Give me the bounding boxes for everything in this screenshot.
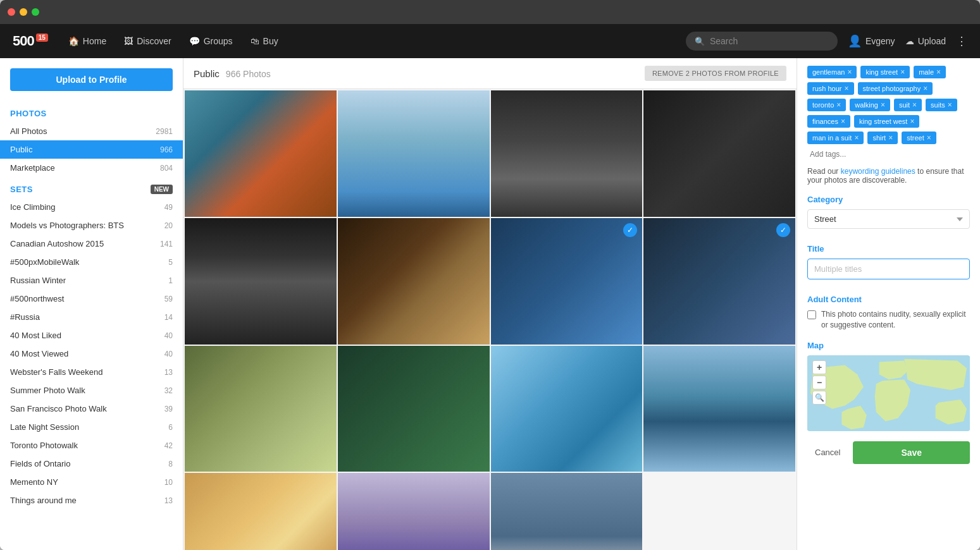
tag[interactable]: rush hour× [807,82,854,95]
sidebar-item-set[interactable]: Summer Photo Walk32 [0,381,183,400]
search-bar[interactable]: 🔍 [686,32,838,51]
sidebar-item-set[interactable]: Memento NY10 [0,473,183,491]
map-zoom-out-button[interactable]: − [812,376,826,389]
photo-cell[interactable] [185,218,337,345]
sidebar-item-set[interactable]: Ice Climbing49 [0,198,183,216]
tag-label: toronto [812,101,834,109]
add-tags-input[interactable] [807,148,907,161]
sidebar-item-set[interactable]: San Francisco Photo Walk39 [0,400,183,418]
new-badge: NEW [151,185,173,194]
adult-content-section-title: Adult Content [807,295,970,304]
user-menu[interactable]: 👤 Evgeny [848,34,895,48]
tag[interactable]: suits× [926,99,957,111]
photo-cell[interactable] [185,473,337,550]
sidebar-item-set[interactable]: #500northwest59 [0,290,183,308]
sidebar-item-all-photos[interactable]: All Photos 2981 [0,122,183,140]
keywording-guidelines-link[interactable]: keywording guidelines [841,167,915,176]
sidebar-item-set[interactable]: 40 Most Liked40 [0,326,183,345]
nav-buy[interactable]: 🛍 Buy [243,31,286,51]
tag[interactable]: walking× [850,99,890,111]
photo-cell[interactable]: ✓ [643,218,795,345]
more-menu-button[interactable]: ⋮ [956,34,967,48]
sidebar-item-set[interactable]: Late Night Session6 [0,418,183,436]
upload-button[interactable]: ☁ Upload [905,36,946,46]
sidebar-item-set[interactable]: Canadian Autoshow 2015141 [0,235,183,253]
tag[interactable]: gentleman× [807,66,857,78]
maximize-button[interactable] [32,8,39,16]
close-button[interactable] [8,8,15,16]
photo-cell[interactable] [643,346,795,472]
photo-cell[interactable] [185,346,337,472]
set-count: 13 [164,368,173,377]
sidebar-item-set[interactable]: Russian Winter1 [0,271,183,290]
logo[interactable]: 500 15 [13,33,48,49]
photo-cell[interactable]: ✓ [491,218,643,345]
photo-cell[interactable] [491,346,643,472]
search-input[interactable] [710,36,824,46]
remove-photos-button[interactable]: REMOVE 2 PHOTOS FROM PROFILE [645,66,786,81]
tag-remove-button[interactable]: × [936,68,941,76]
category-select[interactable]: StreetAbstractAnimalsArchitectureCity & … [807,209,970,229]
tag-remove-button[interactable]: × [900,68,905,76]
nav-home[interactable]: 🏠 Home [61,31,114,51]
tag-remove-button[interactable]: × [881,101,885,109]
tag[interactable]: toronto× [807,99,846,111]
tag-label: gentleman [812,68,845,76]
tag-remove-button[interactable]: × [888,133,893,142]
photo-cell[interactable] [338,473,490,550]
sidebar-item-set[interactable]: Models vs Photographers: BTS20 [0,216,183,235]
map-search-button[interactable]: 🔍 [812,391,826,405]
tag[interactable]: finances× [807,115,850,128]
set-label: #Russia [10,312,40,322]
tag-remove-button[interactable]: × [847,68,852,76]
set-count: 39 [164,405,173,413]
tag-label: street [907,134,924,142]
save-button[interactable]: Save [853,441,970,464]
adult-content-checkbox[interactable] [807,310,816,319]
sidebar-item-marketplace[interactable]: Marketplace 804 [0,159,183,177]
tag-remove-button[interactable]: × [948,101,952,109]
nav-discover[interactable]: 🖼 Discover [116,31,178,51]
adult-content-description: This photo contains nudity, sexually exp… [821,309,970,331]
sidebar-item-set[interactable]: Things around me13 [0,491,183,510]
tag-remove-button[interactable]: × [841,117,845,126]
tag[interactable]: male× [914,66,946,78]
map-zoom-in-button[interactable]: + [812,360,826,374]
photo-cell[interactable] [338,90,490,217]
tag-remove-button[interactable]: × [836,101,841,109]
title-input[interactable] [807,259,970,279]
photo-cell[interactable] [338,346,490,472]
sidebar-item-set[interactable]: Toronto Photowalk42 [0,436,183,455]
nav-groups[interactable]: 💬 Groups [182,31,240,51]
tag[interactable]: suit× [894,99,922,111]
sidebar-item-set[interactable]: #500pxMobileWalk5 [0,253,183,271]
tag-remove-button[interactable]: × [923,84,927,93]
sidebar-item-set[interactable]: 40 Most Viewed40 [0,345,183,363]
sidebar-item-set[interactable]: Webster's Falls Weekend13 [0,363,183,381]
map-container[interactable]: + − 🔍 [807,355,970,431]
tag[interactable]: street× [902,131,936,144]
set-count: 10 [164,478,173,487]
tag[interactable]: king street× [860,66,910,78]
sidebar-item-set[interactable]: Fields of Ontario8 [0,455,183,473]
photo-cell[interactable] [643,90,795,217]
minimize-button[interactable] [20,8,27,16]
tag-remove-button[interactable]: × [927,133,931,142]
tag-remove-button[interactable]: × [912,101,917,109]
tag[interactable]: man in a suit× [807,131,864,144]
tag-remove-button[interactable]: × [854,133,859,142]
tag[interactable]: shirt× [867,131,898,144]
tag-remove-button[interactable]: × [844,84,848,93]
photo-cell[interactable] [185,90,337,217]
tag-remove-button[interactable]: × [910,117,914,126]
photo-cell[interactable] [338,218,490,345]
tag[interactable]: street photography× [858,82,933,95]
photo-cell[interactable] [491,473,643,550]
sidebar-item-public[interactable]: Public 966 [0,140,183,159]
sidebar-item-set[interactable]: #Russia14 [0,308,183,326]
photo-selected-indicator: ✓ [776,223,790,237]
tag[interactable]: king street west× [854,115,919,128]
photo-cell[interactable] [491,90,643,217]
cancel-button[interactable]: Cancel [807,443,848,462]
upload-to-profile-button[interactable]: Upload to Profile [10,68,173,91]
